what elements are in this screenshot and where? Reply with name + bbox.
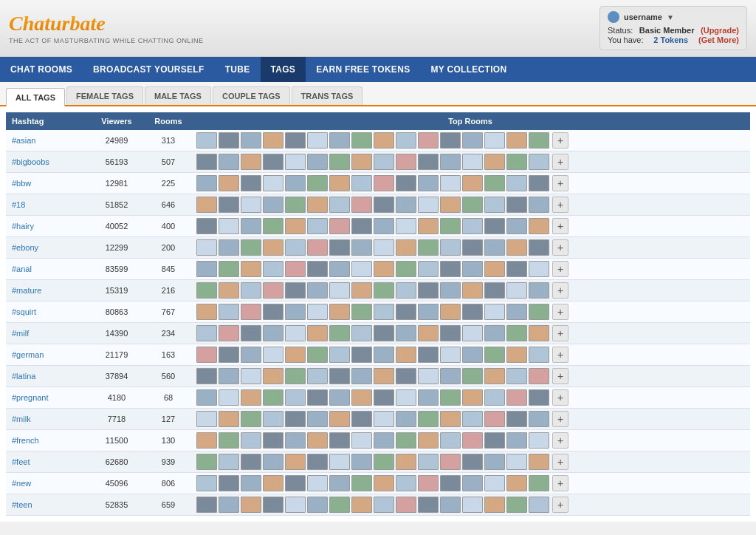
- room-thumbnail[interactable]: [329, 175, 350, 191]
- more-rooms-button[interactable]: +: [552, 475, 568, 491]
- room-thumbnail[interactable]: [374, 218, 394, 234]
- room-thumbnail[interactable]: [219, 239, 239, 256]
- room-thumbnail[interactable]: [219, 432, 239, 449]
- room-thumbnail[interactable]: [529, 432, 549, 449]
- room-thumbnail[interactable]: [462, 325, 483, 341]
- room-thumbnail[interactable]: [307, 347, 328, 363]
- room-thumbnail[interactable]: [329, 218, 350, 234]
- room-thumbnail[interactable]: [285, 497, 306, 513]
- room-thumbnail[interactable]: [263, 325, 284, 341]
- room-thumbnail[interactable]: [484, 497, 505, 513]
- nav-broadcast[interactable]: BROADCAST YOURSELF: [83, 57, 215, 82]
- room-thumbnail[interactable]: [418, 325, 439, 341]
- room-thumbnail[interactable]: [462, 261, 483, 277]
- room-thumbnail[interactable]: [396, 304, 416, 320]
- more-rooms-button[interactable]: +: [552, 432, 568, 449]
- tag-link[interactable]: #hairy: [12, 222, 34, 231]
- room-thumbnail[interactable]: [219, 389, 239, 406]
- room-thumbnail[interactable]: [462, 282, 483, 299]
- tag-link[interactable]: #anal: [12, 265, 32, 273]
- room-thumbnail[interactable]: [529, 304, 549, 320]
- room-thumbnail[interactable]: [374, 432, 394, 449]
- more-rooms-button[interactable]: +: [552, 389, 568, 406]
- room-thumbnail[interactable]: [484, 175, 505, 191]
- tab-all-tags[interactable]: ALL TAGS: [6, 88, 65, 106]
- room-thumbnail[interactable]: [196, 411, 217, 427]
- room-thumbnail[interactable]: [440, 175, 461, 191]
- room-thumbnail[interactable]: [484, 432, 505, 449]
- room-thumbnail[interactable]: [506, 497, 527, 513]
- nav-tube[interactable]: TUBE: [215, 57, 261, 82]
- room-thumbnail[interactable]: [285, 325, 306, 341]
- room-thumbnail[interactable]: [307, 218, 328, 234]
- room-thumbnail[interactable]: [329, 132, 350, 149]
- tag-link[interactable]: #bbw: [12, 179, 31, 188]
- more-rooms-button[interactable]: +: [552, 218, 568, 234]
- tag-link[interactable]: #new: [12, 479, 31, 488]
- room-thumbnail[interactable]: [329, 347, 350, 363]
- room-thumbnail[interactable]: [263, 282, 284, 299]
- room-thumbnail[interactable]: [506, 389, 527, 406]
- room-thumbnail[interactable]: [219, 218, 239, 234]
- room-thumbnail[interactable]: [462, 475, 483, 491]
- room-thumbnail[interactable]: [196, 239, 217, 256]
- room-thumbnail[interactable]: [396, 218, 416, 234]
- room-thumbnail[interactable]: [529, 261, 549, 277]
- room-thumbnail[interactable]: [307, 304, 328, 320]
- room-thumbnail[interactable]: [462, 497, 483, 513]
- room-thumbnail[interactable]: [351, 154, 372, 170]
- room-thumbnail[interactable]: [396, 347, 416, 363]
- room-thumbnail[interactable]: [374, 154, 394, 170]
- room-thumbnail[interactable]: [374, 368, 394, 384]
- more-rooms-button[interactable]: +: [552, 239, 568, 256]
- room-thumbnail[interactable]: [506, 218, 527, 234]
- room-thumbnail[interactable]: [396, 175, 416, 191]
- room-thumbnail[interactable]: [506, 411, 527, 427]
- room-thumbnail[interactable]: [219, 304, 239, 320]
- room-thumbnail[interactable]: [484, 454, 505, 470]
- room-thumbnail[interactable]: [329, 475, 350, 491]
- more-rooms-button[interactable]: +: [552, 368, 568, 384]
- room-thumbnail[interactable]: [285, 261, 306, 277]
- room-thumbnail[interactable]: [529, 218, 549, 234]
- room-thumbnail[interactable]: [285, 304, 306, 320]
- room-thumbnail[interactable]: [529, 368, 549, 384]
- room-thumbnail[interactable]: [196, 368, 217, 384]
- room-thumbnail[interactable]: [285, 389, 306, 406]
- room-thumbnail[interactable]: [462, 132, 483, 149]
- room-thumbnail[interactable]: [440, 389, 461, 406]
- room-thumbnail[interactable]: [307, 497, 328, 513]
- more-rooms-button[interactable]: +: [552, 411, 568, 427]
- room-thumbnail[interactable]: [196, 304, 217, 320]
- room-thumbnail[interactable]: [396, 389, 416, 406]
- room-thumbnail[interactable]: [241, 261, 261, 277]
- room-thumbnail[interactable]: [263, 432, 284, 449]
- tag-link[interactable]: #ebony: [12, 243, 38, 252]
- room-thumbnail[interactable]: [307, 197, 328, 213]
- room-thumbnail[interactable]: [506, 432, 527, 449]
- room-thumbnail[interactable]: [329, 325, 350, 341]
- room-thumbnail[interactable]: [440, 368, 461, 384]
- room-thumbnail[interactable]: [285, 368, 306, 384]
- room-thumbnail[interactable]: [529, 175, 549, 191]
- tag-link[interactable]: #milk: [12, 415, 31, 423]
- dropdown-icon[interactable]: ▼: [667, 13, 674, 21]
- tag-link[interactable]: #latina: [12, 372, 35, 381]
- more-rooms-button[interactable]: +: [552, 347, 568, 363]
- upgrade-link[interactable]: (Upgrade): [701, 26, 739, 35]
- room-thumbnail[interactable]: [263, 239, 284, 256]
- username[interactable]: username: [624, 13, 662, 21]
- tab-male-tags[interactable]: MALE TAGS: [145, 86, 211, 105]
- room-thumbnail[interactable]: [396, 411, 416, 427]
- room-thumbnail[interactable]: [307, 175, 328, 191]
- room-thumbnail[interactable]: [196, 154, 217, 170]
- room-thumbnail[interactable]: [462, 432, 483, 449]
- room-thumbnail[interactable]: [484, 389, 505, 406]
- room-thumbnail[interactable]: [219, 154, 239, 170]
- room-thumbnail[interactable]: [307, 411, 328, 427]
- room-thumbnail[interactable]: [285, 282, 306, 299]
- room-thumbnail[interactable]: [285, 454, 306, 470]
- more-rooms-button[interactable]: +: [552, 282, 568, 299]
- more-rooms-button[interactable]: +: [552, 325, 568, 341]
- room-thumbnail[interactable]: [506, 197, 527, 213]
